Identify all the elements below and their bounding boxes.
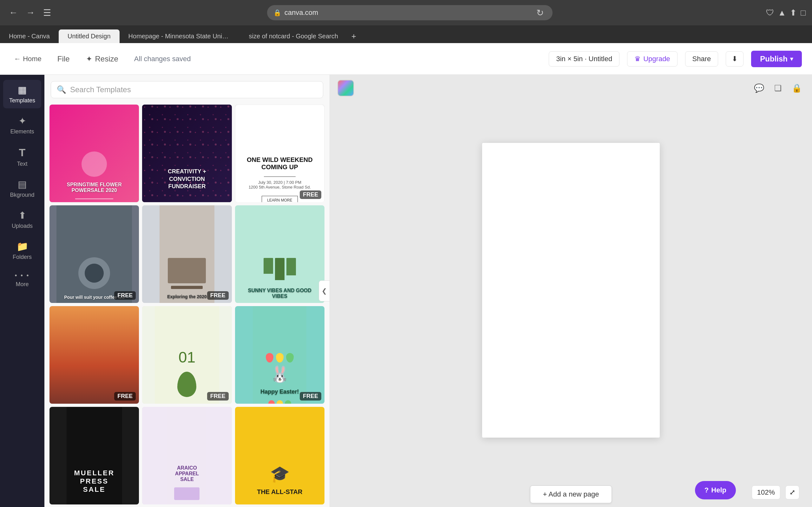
text-label: Text bbox=[17, 161, 27, 167]
resize-button[interactable]: ✦ Resize bbox=[82, 52, 122, 66]
back-button[interactable]: ← bbox=[6, 6, 20, 19]
add-page-bar: + Add a new page bbox=[330, 482, 812, 507]
forward-button[interactable]: → bbox=[23, 6, 38, 19]
comment-button[interactable]: 💬 bbox=[751, 81, 767, 96]
template-card-sunny-vibes[interactable]: SUNNY VIBES AND GOOD VIBES bbox=[235, 205, 324, 303]
template-card-creativity-conviction[interactable]: CREATIVITY + CONVICTION FUNDRAISER bbox=[142, 105, 232, 202]
app-body: ▦ Templates ✦ Elements T Text ▤ Bkground… bbox=[0, 75, 812, 507]
url-text: canva.com bbox=[285, 9, 318, 17]
lock-icon: 🔒 bbox=[273, 9, 281, 16]
background-label: Bkground bbox=[10, 192, 34, 199]
templates-grid: SPRINGTIME FLOWER POWERSALE 2020 July 20… bbox=[44, 102, 329, 507]
free-badge: FREE bbox=[300, 190, 321, 199]
sidebar-item-uploads[interactable]: ⬆ Uploads bbox=[3, 205, 41, 234]
browser-nav-controls: ← → ☰ bbox=[6, 6, 54, 19]
browser-chrome: ← → ☰ 🔒 canva.com ↻ 🛡 ▲ ⬆ □ bbox=[0, 0, 812, 25]
reload-button[interactable]: ↻ bbox=[534, 6, 546, 19]
template-card-araico-apparel[interactable]: ARAICOAPPARELSALE bbox=[142, 407, 232, 504]
templates-panel: 🔍 SPRINGTIME FLOWER POWERSALE 2020 July … bbox=[44, 75, 330, 507]
app-header: ← Home File ✦ Resize All changes saved 3… bbox=[0, 43, 812, 75]
search-input[interactable] bbox=[70, 85, 317, 94]
sidebar-item-background[interactable]: ▤ Bkground bbox=[3, 174, 41, 203]
share-button[interactable]: Share bbox=[685, 51, 718, 66]
tab-google[interactable]: size of notcard - Google Search bbox=[240, 30, 347, 43]
templates-icon: ▦ bbox=[18, 84, 27, 95]
template-card-coffee-gray[interactable]: Pour will suit your coffee wit FREE bbox=[49, 205, 139, 303]
template-card-happy-easter[interactable]: 🐰 Happy Easter! FREE bbox=[235, 306, 324, 404]
template-card-springtime-flower[interactable]: SPRINGTIME FLOWER POWERSALE 2020 July 20… bbox=[49, 105, 139, 202]
template-card-be-one-nature[interactable]: 01 BE ONE WITH NATURE FREE bbox=[142, 306, 232, 404]
zoom-level-button[interactable]: 102% bbox=[752, 486, 780, 499]
help-button[interactable]: ? Help bbox=[695, 481, 736, 499]
template-card-all-star[interactable]: 🎓 THE ALL-STAR bbox=[235, 407, 324, 504]
copy-button[interactable]: ❏ bbox=[772, 81, 784, 96]
sidebar-item-folders[interactable]: 📁 Folders bbox=[3, 236, 41, 265]
free-badge: FREE bbox=[300, 392, 321, 400]
tab-msum[interactable]: Homepage - Minnesota State University Mo… bbox=[119, 30, 240, 43]
autosave-indicator: All changes saved bbox=[134, 55, 191, 63]
folders-label: Folders bbox=[13, 254, 32, 261]
template-card-one-wild-weekend[interactable]: ONE WILD WEEKEND COMING UP July 30, 2020… bbox=[235, 105, 324, 202]
tab-untitled-design[interactable]: Untitled Design bbox=[59, 30, 119, 43]
elements-icon: ✦ bbox=[18, 115, 26, 126]
magic-resize-icon: ✦ bbox=[86, 55, 92, 63]
crown-icon: ♛ bbox=[635, 55, 641, 63]
sidebar-item-elements[interactable]: ✦ Elements bbox=[3, 111, 41, 139]
free-badge: FREE bbox=[207, 392, 229, 400]
new-tab-button[interactable]: + bbox=[347, 30, 361, 43]
url-bar[interactable]: 🔒 canva.com ↻ bbox=[267, 5, 553, 20]
background-icon: ▤ bbox=[18, 179, 27, 190]
more-label: More bbox=[15, 281, 29, 288]
fullscreen-button[interactable]: □ bbox=[801, 8, 806, 18]
hide-panel-button[interactable]: ❮ bbox=[319, 280, 330, 301]
zoom-bar: 102% ⤢ bbox=[752, 486, 799, 499]
canvas-main bbox=[330, 99, 812, 482]
lock-button[interactable]: 🔒 bbox=[789, 81, 804, 96]
canvas-size-button[interactable]: 3in × 5in · Untitled bbox=[549, 51, 619, 66]
home-button[interactable]: ← Home bbox=[10, 52, 45, 66]
profile-button[interactable]: ▲ bbox=[778, 8, 786, 18]
sidebar-item-text[interactable]: T Text bbox=[3, 142, 41, 172]
header-navigation: ← Home bbox=[10, 52, 45, 66]
canvas-area: 💬 ❏ 🔒 + Add a new page 102% ⤢ ? Help bbox=[330, 75, 812, 507]
download-button[interactable]: ⬇ bbox=[726, 51, 744, 66]
more-icon: • • • bbox=[14, 272, 30, 279]
templates-search-area: 🔍 bbox=[44, 75, 329, 102]
canvas-page[interactable] bbox=[482, 143, 660, 438]
browser-share-button[interactable]: ⬆ bbox=[790, 8, 797, 18]
zoom-expand-button[interactable]: ⤢ bbox=[785, 486, 799, 499]
download-icon: ⬇ bbox=[732, 55, 738, 63]
elements-label: Elements bbox=[10, 128, 34, 135]
free-badge: FREE bbox=[114, 392, 136, 400]
sidebar-item-more[interactable]: • • • More bbox=[3, 268, 41, 292]
extension-button[interactable]: 🛡 bbox=[766, 8, 774, 18]
sidebar-toggle-button[interactable]: ☰ bbox=[41, 6, 54, 19]
template-card-mueller-press[interactable]: MUELLERPRESSSALE bbox=[49, 407, 139, 504]
templates-label: Templates bbox=[9, 97, 35, 104]
color-swatch[interactable] bbox=[338, 80, 354, 96]
template-card-travel-collage[interactable]: Exploring the 2020 FREE bbox=[142, 205, 232, 303]
file-menu-button[interactable]: File bbox=[53, 52, 74, 66]
upgrade-button[interactable]: ♛ Upgrade bbox=[627, 51, 677, 66]
folders-icon: 📁 bbox=[16, 241, 28, 252]
canvas-top-bar: 💬 ❏ 🔒 bbox=[330, 75, 812, 99]
template-card-travel-often[interactable]: TRAVEL OFTEN PARIS, APRIL 2020 FREE bbox=[49, 306, 139, 404]
text-icon: T bbox=[19, 147, 26, 159]
sidebar-item-templates[interactable]: ▦ Templates bbox=[3, 80, 41, 108]
uploads-label: Uploads bbox=[12, 223, 33, 229]
free-badge: FREE bbox=[207, 291, 229, 300]
search-wrapper[interactable]: 🔍 bbox=[51, 81, 323, 98]
add-page-button[interactable]: + Add a new page bbox=[530, 486, 612, 503]
search-icon: 🔍 bbox=[57, 85, 66, 94]
browser-action-buttons: 🛡 ▲ ⬆ □ bbox=[766, 8, 806, 18]
help-icon: ? bbox=[705, 486, 709, 494]
uploads-icon: ⬆ bbox=[18, 210, 26, 221]
free-badge: FREE bbox=[114, 291, 136, 300]
publish-button[interactable]: Publish ▾ bbox=[751, 51, 802, 67]
tab-home[interactable]: Home - Canva bbox=[0, 30, 59, 43]
publish-dropdown-arrow: ▾ bbox=[790, 55, 793, 62]
browser-tabs: Home - Canva Untitled Design Homepage - … bbox=[0, 25, 812, 43]
sidebar: ▦ Templates ✦ Elements T Text ▤ Bkground… bbox=[0, 75, 44, 507]
